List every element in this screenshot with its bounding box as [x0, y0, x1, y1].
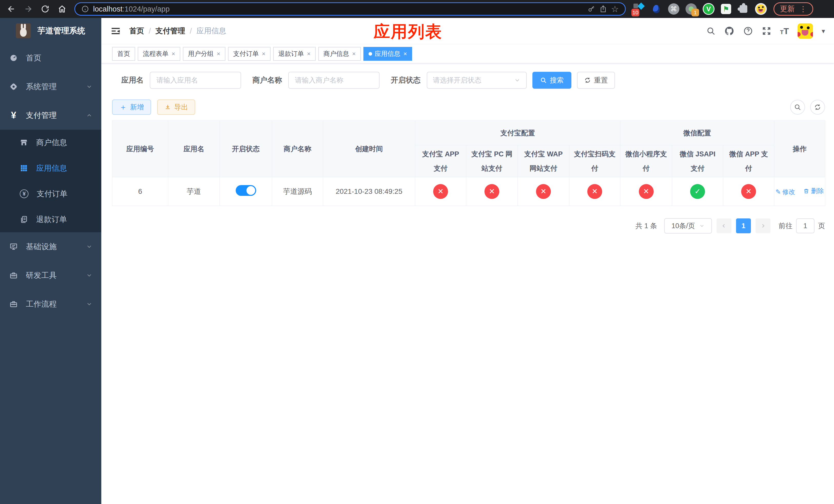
sidebar-item-app-info[interactable]: 应用信息: [0, 155, 101, 181]
wappalyzer-extension-icon[interactable]: 10: [633, 3, 645, 15]
sidebar-item-system[interactable]: 系统管理: [0, 72, 101, 101]
tab-merchant-info[interactable]: 商户信息×: [318, 47, 361, 61]
github-icon[interactable]: [724, 26, 734, 36]
prev-page-button[interactable]: [717, 219, 731, 233]
command-extension-icon[interactable]: ⌘: [668, 3, 680, 15]
vue-devtools-extension-icon[interactable]: V: [703, 3, 715, 15]
sidebar-fold-icon[interactable]: [110, 26, 121, 37]
close-icon[interactable]: ×: [403, 50, 407, 58]
export-button[interactable]: 导出: [157, 99, 195, 115]
sidebar-item-refund-orders[interactable]: 退款订单: [0, 207, 101, 232]
page-number-1[interactable]: 1: [736, 219, 751, 233]
back-icon[interactable]: [7, 4, 16, 14]
font-size-icon[interactable]: TT: [780, 26, 789, 36]
merchant-name-input[interactable]: [288, 72, 379, 89]
sidebar: 芋道管理系统 首页 系统管理 ¥ 支付管理 商户信息 应用信息 ¥ 支付订单 退…: [0, 18, 101, 504]
page-size-select[interactable]: 10条/页: [664, 218, 712, 233]
site-info-icon[interactable]: [81, 5, 89, 13]
search-icon[interactable]: [706, 26, 716, 36]
tab-app-info[interactable]: 应用信息×: [364, 47, 412, 61]
forward-icon[interactable]: [24, 4, 33, 14]
app-logo[interactable]: 芋道管理系统: [0, 18, 101, 44]
sidebar-item-home[interactable]: 首页: [0, 44, 101, 72]
edit-link[interactable]: ✎ 修改: [775, 188, 795, 196]
flag-extension-icon[interactable]: ⚑: [720, 3, 732, 15]
table-toolbar: ＋ 新增 导出: [112, 99, 825, 115]
fullscreen-icon[interactable]: [762, 26, 771, 36]
reset-button[interactable]: 重置: [577, 72, 615, 89]
tab-home[interactable]: 首页: [112, 47, 135, 61]
balloon-extension-icon[interactable]: [650, 3, 662, 15]
chevron-down-icon: [86, 243, 93, 250]
chevron-right-icon: [760, 223, 766, 229]
sidebar-item-infrastructure[interactable]: 基础设施: [0, 232, 101, 261]
app-table: 应用编号 应用名 开启状态 商户名称 创建时间 支付宝配置 微信配置 操作 支付…: [112, 120, 825, 206]
browser-menu-kebab-icon[interactable]: ⋮: [799, 5, 807, 13]
reload-icon[interactable]: [41, 4, 50, 14]
sidebar-item-payment-orders[interactable]: ¥ 支付订单: [0, 181, 101, 207]
delete-link[interactable]: 删除: [803, 187, 824, 195]
sidebar-item-merchant-info[interactable]: 商户信息: [0, 130, 101, 155]
profile-avatar[interactable]: [755, 3, 767, 15]
sidebar-item-payment[interactable]: ¥ 支付管理: [0, 101, 101, 130]
recorder-extension-icon[interactable]: 1: [685, 3, 697, 15]
col-app-name: 应用名: [168, 121, 220, 177]
close-icon[interactable]: ×: [217, 50, 220, 58]
app-name-label: 应用名: [121, 75, 144, 85]
gear-icon: [9, 83, 18, 91]
share-icon[interactable]: [599, 5, 607, 13]
chrome-update-button[interactable]: 更新 ⋮: [773, 2, 813, 16]
cell-created: 2021-10-23 08:49:25: [323, 177, 415, 206]
refresh-table-button[interactable]: [810, 100, 825, 115]
next-page-button[interactable]: [755, 219, 770, 233]
tab-payment-orders[interactable]: 支付订单×: [228, 47, 270, 61]
status-toggle[interactable]: [236, 185, 256, 196]
help-icon[interactable]: [743, 26, 753, 36]
extensions-puzzle-icon[interactable]: [738, 3, 749, 15]
extension-badge: 10: [631, 9, 639, 17]
show-search-button[interactable]: [790, 100, 805, 115]
sidebar-item-dev-tools[interactable]: 研发工具: [0, 261, 101, 290]
app-title: 芋道管理系统: [38, 25, 85, 36]
wx-lite-status-disabled: ✕: [639, 184, 654, 199]
user-avatar[interactable]: [797, 23, 813, 39]
browser-chrome: localhost:1024/pay/app ☆ 10 ⌘ 1 V ⚑ 更新 ⋮: [0, 0, 834, 18]
chevron-down-icon: [699, 223, 705, 229]
close-icon[interactable]: ×: [172, 50, 175, 58]
refresh-icon: [814, 104, 821, 111]
close-icon[interactable]: ×: [352, 50, 356, 58]
status-select[interactable]: 请选择开启状态: [427, 72, 527, 89]
close-icon[interactable]: ×: [307, 50, 311, 58]
cell-app-name: 芋道: [168, 177, 220, 206]
extensions-row: 10 ⌘ 1 V ⚑: [633, 3, 767, 15]
active-dot: [369, 52, 372, 55]
col-wx-app: 微信 APP 支付: [723, 145, 774, 177]
app-name-input[interactable]: [150, 72, 241, 89]
url-bar[interactable]: localhost:1024/pay/app ☆: [74, 2, 626, 16]
caret-down-icon[interactable]: ▾: [822, 27, 825, 35]
home-icon[interactable]: [58, 4, 67, 14]
pagination: 共 1 条 10条/页 1 前往 页: [112, 218, 825, 233]
breadcrumb: 首页 / 支付管理 / 应用信息: [129, 26, 226, 36]
goto-page-input[interactable]: [796, 219, 814, 233]
close-icon[interactable]: ×: [262, 50, 265, 58]
col-alipay-wap: 支付宝 WAP 网站支付: [518, 145, 569, 177]
breadcrumb-payment[interactable]: 支付管理: [155, 26, 185, 36]
col-app-id: 应用编号: [112, 121, 168, 177]
col-actions: 操作: [774, 121, 825, 177]
bookmark-star-icon[interactable]: ☆: [611, 5, 619, 13]
trash-icon: [803, 188, 809, 194]
search-button[interactable]: 搜索: [532, 72, 571, 89]
add-button[interactable]: ＋ 新增: [112, 99, 151, 115]
download-icon: [164, 104, 171, 111]
breadcrumb-home[interactable]: 首页: [129, 26, 144, 36]
col-merchant: 商户名称: [272, 121, 323, 177]
tab-process-form[interactable]: 流程表单×: [138, 47, 180, 61]
password-key-icon[interactable]: [588, 5, 595, 13]
tab-user-group[interactable]: 用户分组×: [183, 47, 225, 61]
col-alipay-qr: 支付宝扫码支付: [569, 145, 620, 177]
tab-refund-orders[interactable]: 退款订单×: [273, 47, 316, 61]
chevron-left-icon: [721, 223, 727, 229]
pagination-total: 共 1 条: [636, 221, 657, 230]
sidebar-item-workflow[interactable]: 工作流程: [0, 290, 101, 318]
